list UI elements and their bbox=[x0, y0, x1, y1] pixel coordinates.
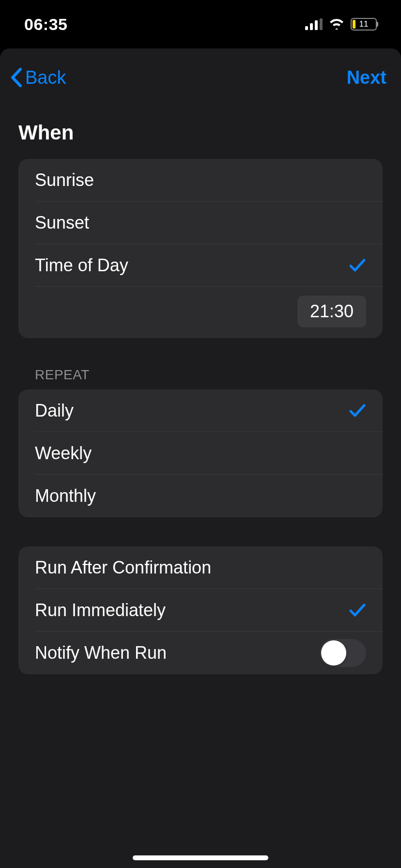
svg-rect-0 bbox=[305, 26, 308, 30]
option-time-of-day-label: Time of Day bbox=[35, 255, 128, 276]
toggle-knob bbox=[321, 640, 346, 666]
wifi-icon bbox=[328, 18, 345, 30]
option-daily-label: Daily bbox=[35, 401, 74, 421]
svg-rect-2 bbox=[315, 20, 318, 30]
run-group: Run After Confirmation Run Immediately N… bbox=[18, 546, 383, 674]
option-weekly[interactable]: Weekly bbox=[18, 432, 383, 475]
option-monthly-label: Monthly bbox=[35, 486, 96, 506]
option-weekly-label: Weekly bbox=[35, 443, 92, 464]
option-run-after-confirmation-label: Run After Confirmation bbox=[35, 558, 211, 578]
option-run-immediately[interactable]: Run Immediately bbox=[18, 589, 383, 632]
option-notify-when-run-label: Notify When Run bbox=[35, 643, 167, 663]
battery-indicator: 11 bbox=[351, 18, 377, 31]
option-sunrise-label: Sunrise bbox=[35, 170, 94, 190]
checkmark-icon bbox=[349, 403, 366, 418]
home-indicator[interactable] bbox=[133, 855, 268, 860]
status-indicators: 11 bbox=[305, 18, 377, 31]
option-sunset-label: Sunset bbox=[35, 213, 89, 233]
next-button[interactable]: Next bbox=[347, 67, 386, 88]
repeat-group: Daily Weekly Monthly bbox=[18, 389, 383, 517]
page-title: When bbox=[0, 102, 401, 159]
main-content: Back Next When Sunrise Sunset Time of Da… bbox=[0, 48, 401, 868]
cellular-icon bbox=[305, 18, 323, 30]
repeat-header: REPEAT bbox=[0, 367, 401, 389]
when-group: Sunrise Sunset Time of Day 21:30 bbox=[18, 159, 383, 338]
chevron-left-icon bbox=[10, 67, 23, 88]
back-label: Back bbox=[25, 67, 66, 88]
option-run-after-confirmation[interactable]: Run After Confirmation bbox=[18, 546, 383, 589]
back-button[interactable]: Back bbox=[10, 67, 66, 88]
checkmark-icon bbox=[349, 603, 366, 618]
option-sunset[interactable]: Sunset bbox=[18, 202, 383, 244]
svg-rect-3 bbox=[320, 18, 323, 30]
battery-percent: 11 bbox=[359, 19, 369, 29]
status-time: 06:35 bbox=[24, 15, 67, 34]
option-daily[interactable]: Daily bbox=[18, 389, 383, 432]
nav-bar: Back Next bbox=[0, 53, 401, 102]
checkmark-icon bbox=[349, 258, 366, 273]
status-bar: 06:35 11 bbox=[0, 0, 401, 48]
option-monthly[interactable]: Monthly bbox=[18, 475, 383, 517]
time-picker-row: 21:30 bbox=[18, 287, 383, 338]
option-sunrise[interactable]: Sunrise bbox=[18, 159, 383, 202]
time-picker[interactable]: 21:30 bbox=[297, 295, 366, 327]
option-notify-when-run: Notify When Run bbox=[18, 632, 383, 674]
svg-rect-1 bbox=[310, 23, 313, 30]
option-run-immediately-label: Run Immediately bbox=[35, 600, 166, 620]
notify-toggle[interactable] bbox=[320, 639, 366, 667]
option-time-of-day[interactable]: Time of Day bbox=[18, 244, 383, 287]
